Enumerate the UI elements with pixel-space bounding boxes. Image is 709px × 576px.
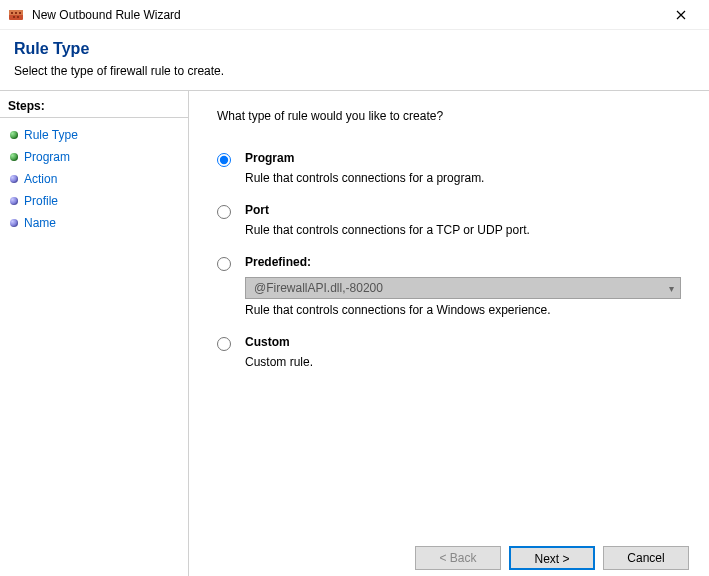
radio-predefined-label[interactable]: Predefined: — [245, 255, 681, 269]
step-link[interactable]: Rule Type — [24, 128, 78, 142]
option-port: Port Rule that controls connections for … — [217, 203, 681, 237]
step-name[interactable]: Name — [0, 212, 188, 234]
page-subtitle: Select the type of firewall rule to crea… — [14, 64, 695, 78]
steps-sidebar: Steps: Rule Type Program Action Profile … — [0, 91, 189, 576]
back-button: < Back — [415, 546, 501, 570]
chevron-down-icon: ▾ — [669, 283, 674, 294]
app-icon — [8, 7, 24, 23]
step-bullet-icon — [10, 131, 18, 139]
cancel-button[interactable]: Cancel — [603, 546, 689, 570]
svg-rect-2 — [11, 12, 13, 14]
wizard-footer: < Back Next > Cancel — [415, 546, 689, 570]
radio-port[interactable] — [217, 205, 231, 219]
option-predefined: Predefined: @FirewallAPI.dll,-80200 ▾ Ru… — [217, 255, 681, 317]
predefined-combo-value: @FirewallAPI.dll,-80200 — [254, 281, 383, 295]
radio-program[interactable] — [217, 153, 231, 167]
svg-rect-5 — [13, 16, 15, 18]
radio-port-label[interactable]: Port — [245, 203, 681, 217]
next-button[interactable]: Next > — [509, 546, 595, 570]
step-bullet-icon — [10, 175, 18, 183]
radio-custom[interactable] — [217, 337, 231, 351]
step-link[interactable]: Program — [24, 150, 70, 164]
step-rule-type[interactable]: Rule Type — [0, 124, 188, 146]
radio-predefined[interactable] — [217, 257, 231, 271]
step-bullet-icon — [10, 153, 18, 161]
radio-program-desc: Rule that controls connections for a pro… — [245, 171, 681, 185]
step-link[interactable]: Name — [24, 216, 56, 230]
radio-program-label[interactable]: Program — [245, 151, 681, 165]
option-custom: Custom Custom rule. — [217, 335, 681, 369]
steps-header: Steps: — [0, 95, 188, 118]
predefined-combo: @FirewallAPI.dll,-80200 ▾ — [245, 277, 681, 299]
step-bullet-icon — [10, 197, 18, 205]
radio-custom-desc: Custom rule. — [245, 355, 681, 369]
svg-rect-6 — [17, 16, 19, 18]
svg-rect-3 — [15, 12, 17, 14]
svg-rect-4 — [19, 12, 21, 14]
step-action[interactable]: Action — [0, 168, 188, 190]
close-icon[interactable] — [661, 1, 701, 29]
title-bar: New Outbound Rule Wizard — [0, 0, 709, 30]
radio-predefined-desc: Rule that controls connections for a Win… — [245, 303, 681, 317]
wizard-header: Rule Type Select the type of firewall ru… — [0, 30, 709, 90]
wizard-content: What type of rule would you like to crea… — [189, 91, 709, 576]
page-title: Rule Type — [14, 40, 695, 58]
step-bullet-icon — [10, 219, 18, 227]
option-program: Program Rule that controls connections f… — [217, 151, 681, 185]
radio-port-desc: Rule that controls connections for a TCP… — [245, 223, 681, 237]
step-link[interactable]: Profile — [24, 194, 58, 208]
step-program[interactable]: Program — [0, 146, 188, 168]
step-profile[interactable]: Profile — [0, 190, 188, 212]
window-title: New Outbound Rule Wizard — [32, 8, 661, 22]
rule-type-question: What type of rule would you like to crea… — [217, 109, 681, 123]
step-link[interactable]: Action — [24, 172, 57, 186]
radio-custom-label[interactable]: Custom — [245, 335, 681, 349]
